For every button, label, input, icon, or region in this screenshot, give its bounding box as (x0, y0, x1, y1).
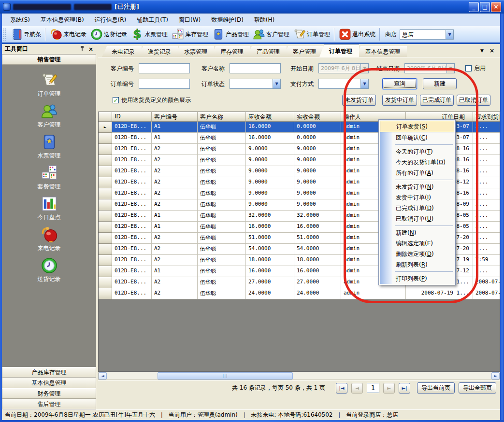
column-header-要求到货日期[interactable]: 要求到货日期 (473, 112, 500, 122)
chevron-down-icon[interactable]: ▼ (446, 30, 453, 39)
table-row[interactable]: 012D-E8...A2伍华聪24.000024.0000admin2008-0… (99, 288, 500, 299)
row-selector[interactable] (99, 188, 112, 199)
prev-page-button[interactable]: ◄ (351, 383, 363, 394)
menu-item-1[interactable]: 系统(S) (5, 14, 35, 26)
status-filter-发货中订单[interactable]: 发货中订单 (382, 95, 417, 106)
row-selector[interactable] (99, 244, 112, 255)
toolbar-产品管理[interactable]: 产品管理 (210, 27, 251, 42)
scroll-right-icon[interactable]: ► (491, 372, 500, 380)
sidebar-item-客户管理[interactable]: 客户管理 (20, 102, 78, 129)
enable-checkbox-group[interactable]: 启用 (465, 64, 486, 72)
enable-checkbox[interactable] (465, 65, 472, 71)
minimize-button[interactable]: _ (469, 2, 479, 12)
context-menu-item-订单发货[interactable]: 订单发货(S) (380, 121, 454, 132)
context-menu-item-所有的订单[interactable]: 所有的订单(A) (380, 168, 454, 178)
sidebar-group-售后管理[interactable]: 售后管理 (2, 399, 96, 409)
status-filter-已取消订单[interactable]: 已取消订单 (457, 95, 490, 106)
last-page-button[interactable]: ►| (399, 383, 410, 394)
context-menu-item-已完成订单[interactable]: 已完成订单(D) (380, 203, 454, 213)
tab-来电记录[interactable]: 来电记录 (102, 46, 142, 57)
row-selector[interactable] (99, 277, 112, 288)
maximize-button[interactable]: □ (480, 2, 490, 12)
toolbar-订单管理[interactable]: 订单管理 (291, 27, 332, 42)
row-selector[interactable] (99, 255, 112, 266)
toolbar-grip[interactable] (3, 28, 7, 41)
context-menu-item-删除选定项[interactable]: 删除选定项(D) (380, 249, 454, 259)
row-selector[interactable] (99, 199, 112, 211)
row-selector[interactable] (99, 144, 112, 155)
row-selector[interactable] (99, 233, 112, 244)
tab-close-icon[interactable]: × (490, 47, 494, 54)
shop-select[interactable]: 总店▼ (400, 29, 454, 40)
toolbar-库存管理[interactable]: 库存管理 (170, 27, 210, 42)
sidebar-item-订单管理[interactable]: 订单管理 (20, 71, 78, 98)
sidebar-item-今日盘点[interactable]: 今日盘点 (20, 195, 78, 222)
status-filter-已完成订单[interactable]: 已完成订单 (420, 95, 454, 106)
tab-库存管理[interactable]: 库存管理 (211, 46, 250, 57)
sidebar-group-基本信息管理[interactable]: 基本信息管理 (2, 378, 96, 388)
menu-item-3[interactable]: 运行信息(R) (89, 14, 132, 26)
toolbar-来电记录[interactable]: 来电记录 (48, 27, 88, 42)
query-button[interactable]: 查询 (382, 78, 417, 89)
sidebar-section-sales[interactable]: 销售管理 (2, 55, 96, 65)
tab-订单管理[interactable]: 订单管理 (319, 44, 359, 57)
context-menu-item-回单确认[interactable]: 回单确认(C) (380, 132, 454, 143)
tab-客户管理[interactable]: 客户管理 (283, 46, 323, 57)
context-menu-item-发货中订单[interactable]: 发货中订单(I) (380, 192, 454, 203)
export-all-pages-button[interactable]: 导出全部页 (459, 382, 496, 394)
context-menu-item-今天的发货订单[interactable]: 今天的发货订单(O) (380, 157, 454, 168)
row-selector[interactable] (99, 155, 112, 166)
sidebar-item-套餐管理[interactable]: 套餐管理 (20, 164, 78, 191)
sidebar-item-水票管理[interactable]: 水票管理 (20, 133, 78, 160)
context-menu-item-未发货订单[interactable]: 未发货订单(N) (380, 182, 454, 192)
first-page-button[interactable]: |◄ (336, 383, 347, 394)
order-status-select[interactable]: ▼ (230, 79, 281, 89)
row-selector[interactable] (99, 133, 112, 144)
column-header-实收金额[interactable]: 实收金额 (294, 112, 341, 122)
page-number-input[interactable] (367, 383, 379, 393)
scroll-left-icon[interactable]: ◄ (99, 372, 107, 380)
context-menu-item-打印列表[interactable]: 打印列表(P) (380, 273, 454, 284)
column-header-客户编号[interactable]: 客户编号 (152, 112, 198, 122)
close-button[interactable]: × (491, 2, 501, 12)
row-selector[interactable] (99, 288, 112, 299)
context-menu-item-今天的订单[interactable]: 今天的订单(T) (380, 146, 454, 157)
menu-item-6[interactable]: 数据维护(D) (206, 14, 249, 26)
menu-item-7[interactable]: 帮助(H) (249, 14, 280, 26)
tab-dropdown-icon[interactable]: ▼ (480, 48, 484, 53)
customer-no-input[interactable] (139, 63, 190, 73)
status-filter-未发货订单[interactable]: 未发货订单 (342, 95, 376, 106)
context-menu-item-新建[interactable]: 新建(N) (380, 227, 454, 238)
tool-window-close-icon[interactable]: × (88, 46, 93, 53)
toolbar-导航条[interactable]: 导航条 (8, 27, 43, 42)
menu-item-5[interactable]: 窗口(W) (173, 14, 206, 26)
color-checkbox-group[interactable]: ✓ 使用送货员定义的颜色展示 (113, 96, 191, 104)
scrollbar-track[interactable]: ||| (107, 372, 491, 380)
toolbar-水票管理[interactable]: $水票管理 (129, 27, 170, 42)
toolbar-客户管理[interactable]: 客户管理 (251, 27, 291, 42)
pin-icon[interactable] (80, 45, 85, 53)
sidebar-group-产品库存管理[interactable]: 产品库存管理 (2, 367, 96, 378)
row-selector[interactable]: ► (99, 122, 112, 133)
tab-产品管理[interactable]: 产品管理 (247, 46, 287, 57)
tab-水票管理[interactable]: 水票管理 (174, 46, 214, 57)
column-header-客户名称[interactable]: 客户名称 (198, 112, 246, 122)
sidebar-item-来电记录[interactable]: 来电记录 (20, 226, 78, 253)
context-menu-item-编辑选定项[interactable]: 编辑选定项(E) (380, 238, 454, 249)
scrollbar-thumb[interactable]: ||| (158, 372, 293, 380)
tab-基本信息管理[interactable]: 基本信息管理 (356, 46, 407, 57)
horizontal-scrollbar[interactable]: ◄ ||| ► (98, 372, 500, 380)
row-selector[interactable] (99, 211, 112, 222)
order-no-input[interactable] (139, 79, 190, 89)
pay-method-select[interactable]: ▼ (318, 79, 369, 89)
row-selector[interactable] (99, 177, 112, 188)
next-page-button[interactable]: ► (383, 383, 395, 394)
row-selector[interactable] (99, 166, 112, 177)
new-button[interactable]: 新建 (423, 78, 457, 89)
export-current-page-button[interactable]: 导出当前页 (417, 382, 455, 394)
menu-item-2[interactable]: 基本信息管理(B) (35, 14, 89, 26)
customer-name-input[interactable] (230, 63, 281, 73)
tab-送货记录[interactable]: 送货记录 (138, 46, 178, 57)
start-date-picker[interactable]: 2009年 6月 8日▼ (318, 63, 369, 73)
context-menu-item-已取消订单[interactable]: 已取消订单(U) (380, 213, 454, 224)
